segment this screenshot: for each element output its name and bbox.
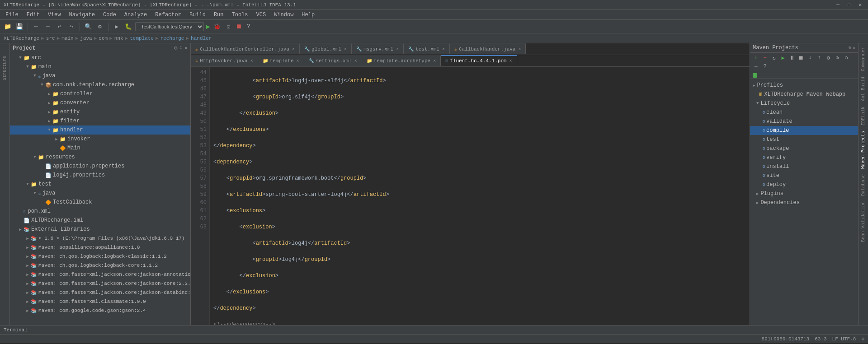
maven-settings2-btn[interactable]: ⚙ bbox=[824, 54, 832, 62]
close-btn[interactable]: ✕ bbox=[856, 1, 864, 9]
breadcrumb-main[interactable]: main bbox=[61, 36, 73, 41]
menu-navigate[interactable]: Navigate bbox=[65, 11, 99, 19]
maven-expand-btn[interactable]: ⊕ bbox=[833, 54, 841, 62]
tab-close-5[interactable]: × bbox=[518, 47, 521, 52]
tab-close-4[interactable]: × bbox=[442, 47, 445, 52]
menu-window[interactable]: Window bbox=[270, 11, 297, 19]
tree-item-invoker[interactable]: ▶ 📁 invoker bbox=[10, 135, 190, 144]
toolbar-help-btn[interactable]: ? bbox=[244, 22, 254, 32]
maven-settings-icon[interactable]: ⚙ bbox=[849, 45, 851, 51]
breadcrumb-java[interactable]: java bbox=[80, 36, 92, 41]
structure-tool-btn[interactable]: Structure bbox=[1, 54, 8, 82]
tree-item-app-props[interactable]: 📄 application.properties bbox=[10, 162, 190, 171]
maven-deploy[interactable]: ⚙ deploy bbox=[750, 180, 858, 189]
maven-validate[interactable]: ⚙ validate bbox=[750, 117, 858, 126]
idetalk-tool-btn[interactable]: IDEtalk bbox=[860, 105, 867, 127]
tab-template-archetype[interactable]: 📁 template-acrchetype × bbox=[362, 55, 441, 66]
tree-item-src[interactable]: ▼ 📁 src bbox=[10, 53, 190, 62]
tree-item-test-java[interactable]: ▼ ☕ java bbox=[10, 189, 190, 198]
maven-dependencies[interactable]: ▶ Dependencies bbox=[750, 198, 858, 207]
tree-item-iml[interactable]: 📄 XLTDRecharge.iml bbox=[10, 216, 190, 225]
tab-fluent-pom[interactable]: m fluent-hc-4.4.1.pom × bbox=[441, 55, 517, 66]
tab-close-1[interactable]: × bbox=[292, 47, 295, 52]
toolbar-back-btn[interactable]: ← bbox=[31, 22, 41, 32]
tab-callback-handler-ctrl[interactable]: ☕ CallbackHandlerController.java × bbox=[191, 43, 300, 54]
maven-clean[interactable]: ⚙ clean bbox=[750, 108, 858, 117]
project-sync-icon[interactable]: ↕ bbox=[179, 45, 183, 51]
tab-settings-xml[interactable]: 🔧 settings.xml × bbox=[304, 55, 362, 66]
tree-item-main[interactable]: ▼ 📁 main bbox=[10, 62, 190, 71]
commander-tool-btn[interactable]: Commander bbox=[860, 45, 867, 73]
maven-up-btn[interactable]: ↑ bbox=[815, 54, 823, 62]
tab-msgsrv-xml[interactable]: 🔧 msgsrv.xml × bbox=[352, 43, 404, 54]
tree-item-pom[interactable]: m pom.xml bbox=[10, 207, 190, 216]
maven-tool-btn[interactable]: Maven Projects bbox=[860, 129, 867, 171]
breadcrumb-handler[interactable]: handler bbox=[191, 36, 212, 41]
maven-package[interactable]: ⚙ package bbox=[750, 144, 858, 153]
toolbar-run-btn[interactable]: ▶ bbox=[112, 22, 122, 32]
tab-close-6[interactable]: × bbox=[250, 59, 253, 64]
menu-vcs[interactable]: VCS bbox=[253, 11, 270, 19]
toolbar-debug-btn[interactable]: 🐛 bbox=[123, 22, 133, 32]
tab-template[interactable]: 📁 template × bbox=[258, 55, 304, 66]
tree-item-converter[interactable]: ▶ 📁 converter bbox=[10, 98, 190, 107]
menu-edit[interactable]: Edit bbox=[23, 11, 43, 19]
beanvalidation-tool-btn[interactable]: Bean Validation bbox=[860, 200, 867, 244]
toolbar-coverage-btn[interactable]: ☑ bbox=[224, 22, 234, 32]
code-editor[interactable]: 44 45 46 47 48 49 50 51 52 53 54 55 56 5… bbox=[191, 67, 750, 325]
maven-add-btn[interactable]: + bbox=[752, 54, 760, 62]
maven-profiles[interactable]: ▶ Profiles bbox=[750, 81, 858, 90]
menu-file[interactable]: File bbox=[2, 11, 22, 19]
toolbar-play-btn[interactable]: ▶ bbox=[206, 22, 210, 31]
tree-item-controller[interactable]: ▶ 📁 controller bbox=[10, 89, 190, 98]
maven-plugins[interactable]: ▶ Plugins bbox=[750, 189, 858, 198]
tab-close-10[interactable]: × bbox=[509, 59, 512, 64]
window-controls[interactable]: — ☐ ✕ bbox=[834, 1, 864, 9]
tree-item-lib-gson[interactable]: ▶ 📚 Maven: com.google.code.gson:gson:2.4 bbox=[10, 306, 190, 315]
maven-skip-btn[interactable]: ⏸ bbox=[788, 54, 796, 62]
tab-close-7[interactable]: × bbox=[296, 59, 299, 64]
toolbar-debug2-btn[interactable]: 🐞 bbox=[212, 22, 222, 32]
breadcrumb-template[interactable]: template bbox=[130, 36, 154, 41]
tree-item-testcallback[interactable]: 🔶 TestCallback bbox=[10, 198, 190, 207]
run-config-select[interactable]: TestCallback.testQuery bbox=[135, 22, 204, 31]
toolbar-replace-btn[interactable]: ⚙ bbox=[95, 22, 105, 32]
breadcrumb-nnk[interactable]: nnk bbox=[114, 36, 123, 41]
toolbar-open-btn[interactable]: 📁 bbox=[3, 22, 13, 32]
tree-item-resources[interactable]: ▼ 📁 resources bbox=[10, 153, 190, 162]
menu-refactor[interactable]: Refactor bbox=[151, 11, 185, 19]
tree-item-ext-libs[interactable]: ▶ 📚 External Libraries bbox=[10, 225, 190, 234]
minimize-btn[interactable]: — bbox=[834, 1, 842, 9]
tree-item-filter[interactable]: ▶ 📁 filter bbox=[10, 116, 190, 126]
menu-build[interactable]: Build bbox=[186, 11, 209, 19]
tree-item-lib-aopalliance[interactable]: ▶ 📚 Maven: aopalliance:aopalliance:1.0 bbox=[10, 243, 190, 252]
tab-close-2[interactable]: × bbox=[344, 47, 347, 52]
maven-verify[interactable]: ⚙ verify bbox=[750, 153, 858, 162]
tree-item-test[interactable]: ▼ 📁 test bbox=[10, 180, 190, 189]
tab-close-3[interactable]: × bbox=[396, 47, 399, 52]
toolbar-redo-btn[interactable]: ↪ bbox=[66, 22, 76, 32]
menu-tools[interactable]: Tools bbox=[228, 11, 252, 19]
toolbar-undo-btn[interactable]: ↩ bbox=[55, 22, 65, 32]
tree-item-lib-logback-core[interactable]: ▶ 📚 Maven: ch.qos.logback:logback-core:1… bbox=[10, 261, 190, 270]
tree-item-package[interactable]: ▼ 📦 com.nnk.template.recharge bbox=[10, 80, 190, 89]
breadcrumb-com[interactable]: com bbox=[99, 36, 108, 41]
tree-item-lib-jackson-db[interactable]: ▶ 📚 Maven: com.fasterxml.jackson.core:ja… bbox=[10, 288, 190, 297]
maven-close-icon[interactable]: ✕ bbox=[853, 45, 855, 51]
tree-item-handler[interactable]: ▼ 📁 handler bbox=[10, 126, 190, 135]
tree-item-java[interactable]: ▼ ☕ java bbox=[10, 71, 190, 80]
tree-item-lib-logback-classic[interactable]: ▶ 📚 Maven: ch.qos.logback:logback-classi… bbox=[10, 252, 190, 261]
status-settings-icon[interactable]: ⚙ bbox=[861, 336, 864, 342]
maven-project[interactable]: m XLTDRecharge Maven Webapp bbox=[750, 90, 858, 99]
project-gear-icon[interactable]: ✕ bbox=[184, 45, 188, 51]
tab-close-9[interactable]: × bbox=[433, 59, 436, 64]
tab-callbackhander-java[interactable]: ☕ CallbackHander.java × bbox=[450, 43, 526, 54]
maven-run-btn[interactable]: ▶ bbox=[779, 54, 787, 62]
tab-httpinvoker-java[interactable]: ☕ HttpInvoker.java × bbox=[191, 55, 258, 66]
database-tool-btn[interactable]: Database bbox=[860, 172, 867, 198]
maven-down-btn[interactable]: ↓ bbox=[806, 54, 814, 62]
maven-remove-btn[interactable]: − bbox=[761, 54, 769, 62]
maven-refresh-btn[interactable]: ↻ bbox=[770, 54, 778, 62]
toolbar-forward-btn[interactable]: → bbox=[43, 22, 53, 32]
maven-install[interactable]: ⚙ install bbox=[750, 162, 858, 171]
